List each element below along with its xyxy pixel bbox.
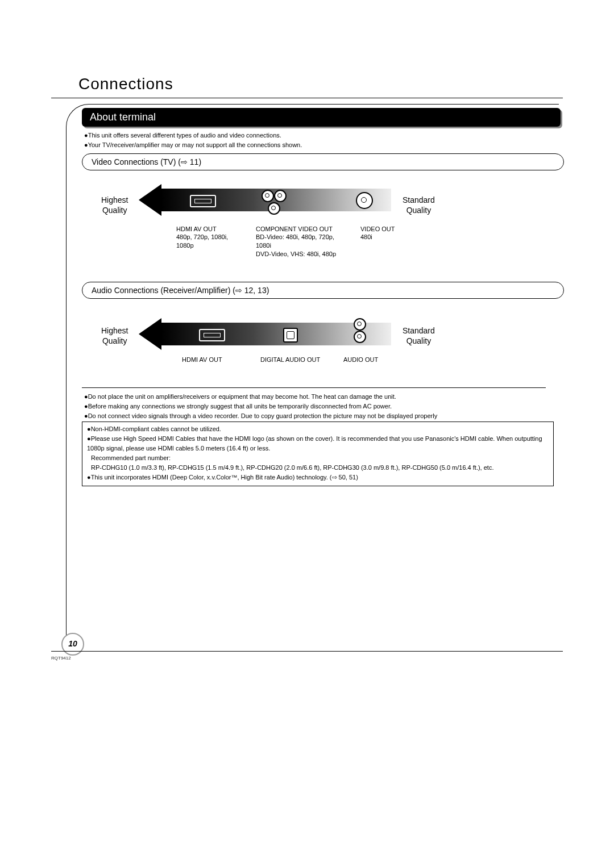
hdmi-line-3: Recommended part number: [91, 454, 171, 461]
video-col2-name: COMPONENT VIDEO OUT [256, 225, 333, 233]
manual-page: Connections About terminal ●This unit of… [0, 0, 614, 868]
audio-col2-name: DIGITAL AUDIO OUT [260, 356, 320, 364]
composite-jack-icon [356, 192, 373, 209]
bottom-rule [51, 651, 563, 652]
audio-highest-quality-label: Highest Quality [101, 326, 128, 346]
video-col3-name: VIDEO OUT [360, 225, 395, 233]
page-title: Connections [78, 75, 173, 93]
hdmi-line-5: This unit incorporates HDMI (Deep Color,… [91, 474, 358, 481]
video-col1-detail: 480p, 720p, 1080i, 1080p [176, 233, 228, 250]
audio-standard-quality-label: Standard Quality [403, 326, 435, 346]
video-col2-detail: BD-Video: 480i, 480p, 720p, 1080i DVD-Vi… [256, 233, 336, 258]
warning-bullets: ●Do not place the unit on amplifiers/rec… [84, 392, 545, 421]
video-col1-name: HDMI AV OUT [176, 225, 217, 233]
intro-bullet-1: This unit offers several different types… [88, 132, 281, 139]
video-pill: Video Connections (TV) (⇨ 11) [82, 153, 564, 170]
hdmi-port-icon-2 [199, 329, 225, 341]
warn-1: Do not place the unit on amplifiers/rece… [88, 393, 396, 400]
document-code: RQT9412 [51, 656, 71, 661]
hdmi-line-1: Non-HDMI-compliant cables cannot be util… [91, 425, 221, 432]
intro-bullet-2: Your TV/receiver/amplifier may or may no… [88, 141, 302, 148]
optical-port-icon [283, 328, 298, 343]
warn-3: Do not connect video signals through a v… [88, 412, 438, 419]
hdmi-line-4: RP-CDHG10 (1.0 m/3.3 ft), RP-CDHG15 (1.5… [91, 464, 493, 471]
audio-col3-name: AUDIO OUT [343, 356, 378, 364]
hdmi-line-2: Please use High Speed HDMI Cables that h… [87, 435, 542, 452]
video-standard-quality-label: Standard Quality [403, 195, 435, 215]
page-number-badge: 10 [61, 633, 84, 656]
video-highest-quality-label: Highest Quality [101, 195, 128, 215]
hdmi-port-icon [190, 195, 216, 207]
title-rule [51, 98, 563, 98]
intro-bullets: ●This unit offers several different type… [84, 131, 302, 149]
warn-2: Before making any connections we strongl… [88, 403, 392, 410]
video-col3-detail: 480i [360, 233, 372, 241]
audio-pill: Audio Connections (Receiver/Amplifier) (… [82, 282, 564, 299]
audio-col1-name: HDMI AV OUT [182, 356, 222, 364]
hdmi-info-box: ●Non-HDMI-compliant cables cannot be uti… [82, 422, 554, 486]
divider [82, 387, 546, 388]
section-header: About terminal [82, 108, 561, 127]
